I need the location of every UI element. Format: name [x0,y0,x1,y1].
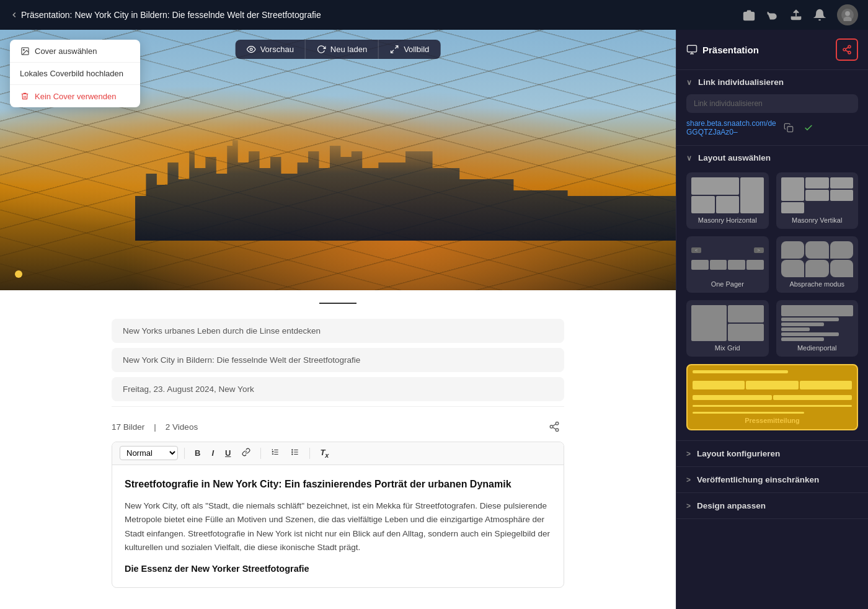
svg-line-32 [846,47,849,49]
bold-button[interactable]: B [191,447,204,460]
design-section[interactable]: > Design anpassen [676,493,868,519]
layout-one-pager[interactable]: < > One Pager [686,236,769,293]
chevron-down-icon-2: ∨ [686,154,692,162]
text-style-select[interactable]: Normal Heading 1 Heading 2 Heading 3 [120,446,178,460]
link-url-text: share.beta.snaatch.com/de GGQTZJaAz0– [686,119,776,136]
link-button[interactable] [238,446,254,460]
right-sidebar: Präsentation ∨ Link individualisieren Li… [676,30,868,609]
svg-point-23 [292,452,293,453]
unordered-list-button[interactable] [287,446,303,460]
image-icon [20,46,30,56]
svg-point-30 [848,51,851,54]
restrict-section[interactable]: > Veröffentlichung einschränken [676,467,868,493]
back-button[interactable] [10,11,19,19]
svg-point-29 [843,48,846,51]
svg-line-15 [552,424,556,426]
link-section-body: Link individualisieren share.beta.snaatc… [676,94,868,145]
undo-icon[interactable] [766,9,779,21]
cover-menu: Cover auswählen Lokales Coverbild hochla… [10,40,140,107]
subtitle-field-2[interactable]: New York City in Bildern: Die fesselnde … [112,348,564,372]
link-input[interactable]: Link individualisieren [686,94,858,113]
chevron-right-icon-3: > [686,502,691,510]
preview-bar: Vorschau Neu laden Vollbild [236,40,441,59]
trash-icon [20,91,30,101]
presentation-icon [686,44,698,55]
svg-point-12 [550,425,553,429]
main-area: Cover auswählen Lokales Coverbild hochla… [0,30,868,609]
sidebar-header: Präsentation [676,30,868,70]
svg-point-8 [250,48,252,51]
toolbar-sep-1 [184,448,185,459]
layout-mix-grid[interactable]: Mix Grid [686,300,769,357]
cover-area: Cover auswählen Lokales Coverbild hochla… [0,30,676,290]
user-avatar[interactable] [837,4,858,25]
layout-section: ∨ Layout auswählen Masonry Horizontal [676,146,868,441]
image-count: 17 Bilder | 2 Videos [112,422,198,432]
confirm-link-button[interactable] [801,120,816,135]
svg-rect-33 [787,127,793,132]
svg-rect-25 [688,45,697,52]
fullscreen-button[interactable]: Vollbild [379,40,440,59]
share-button[interactable] [544,417,564,437]
svg-point-28 [848,45,851,48]
italic-button[interactable]: I [208,447,218,460]
upload-icon[interactable] [790,9,802,21]
svg-point-11 [556,422,559,425]
clear-format-button[interactable]: Tx [316,446,332,461]
svg-point-24 [292,454,293,455]
bell-icon[interactable] [813,9,826,21]
svg-point-4 [845,11,850,16]
svg-line-31 [846,50,849,52]
content-panel: Cover auswählen Lokales Coverbild hochla… [0,30,676,609]
editor-subheading: Die Essenz der New Yorker Streetfotograf… [125,562,551,576]
remove-cover-button[interactable]: Kein Cover verwenden [10,85,140,107]
preview-button[interactable]: Vorschau [236,40,306,59]
sidebar-share-button[interactable] [836,38,858,61]
subtitle-field-3[interactable]: Freitag, 23. August 2024, New York [112,377,564,401]
layout-medienportal[interactable]: Medienportal [776,300,859,357]
upload-cover-button[interactable]: Lokales Coverbild hochladen [10,63,140,85]
svg-point-7 [23,49,24,50]
layout-masonry-horizontal[interactable]: Masonry Horizontal [686,172,769,229]
editor-heading: Streetfotografie in New York City: Ein f… [125,476,551,492]
layout-section-header[interactable]: ∨ Layout auswählen [676,146,868,170]
divider [319,303,356,304]
content-body: New Yorks urbanes Leben durch die Linse … [0,290,676,609]
layout-pressemitteilung[interactable]: Pressemitteilung [686,364,858,430]
presentation-title: Präsentation: New York City in Bildern: … [21,10,321,20]
media-count-row: 17 Bilder | 2 Videos [112,406,564,442]
subtitle-field-1[interactable]: New Yorks urbanes Leben durch die Linse … [112,319,564,343]
svg-line-10 [391,50,394,53]
link-section-header[interactable]: ∨ Link individualisieren [676,70,868,94]
topnav-icons [743,4,858,25]
chevron-right-icon: > [686,450,691,458]
editor-content[interactable]: Streetfotografie in New York City: Ein f… [112,465,564,588]
layout-configure-section[interactable]: > Layout konfigurieren [676,441,868,467]
reload-button[interactable]: Neu laden [306,40,379,59]
svg-point-22 [292,450,293,450]
select-cover-button[interactable]: Cover auswählen [10,40,140,63]
slide-indicator [15,270,22,278]
editor-toolbar: Normal Heading 1 Heading 2 Heading 3 B I… [112,442,564,465]
ordered-list-button[interactable] [267,446,283,460]
layout-absprache[interactable]: Absprache modus [776,236,859,293]
toolbar-sep-3 [309,448,310,459]
camera-icon[interactable] [743,9,755,21]
svg-point-13 [556,429,559,432]
top-navigation: Präsentation: New York City in Bildern: … [0,0,868,30]
svg-line-9 [396,46,398,48]
underline-button[interactable]: U [221,447,234,460]
sidebar-title: Präsentation [686,44,759,55]
layout-masonry-vertical[interactable]: Masonry Vertikal [776,172,859,229]
link-url-row: share.beta.snaatch.com/de GGQTZJaAz0– [686,119,858,136]
svg-line-14 [552,427,556,429]
editor-area: Normal Heading 1 Heading 2 Heading 3 B I… [112,442,564,588]
chevron-right-icon-2: > [686,476,691,484]
copy-link-button[interactable] [781,120,796,135]
svg-point-1 [748,14,751,17]
link-section: ∨ Link individualisieren Link individual… [676,70,868,146]
toolbar-sep-2 [260,448,261,459]
layout-grid: Masonry Horizontal Mason [676,170,868,440]
editor-paragraph: New York City, oft als "Stadt, die niema… [125,499,551,554]
chevron-down-icon: ∨ [686,78,692,87]
